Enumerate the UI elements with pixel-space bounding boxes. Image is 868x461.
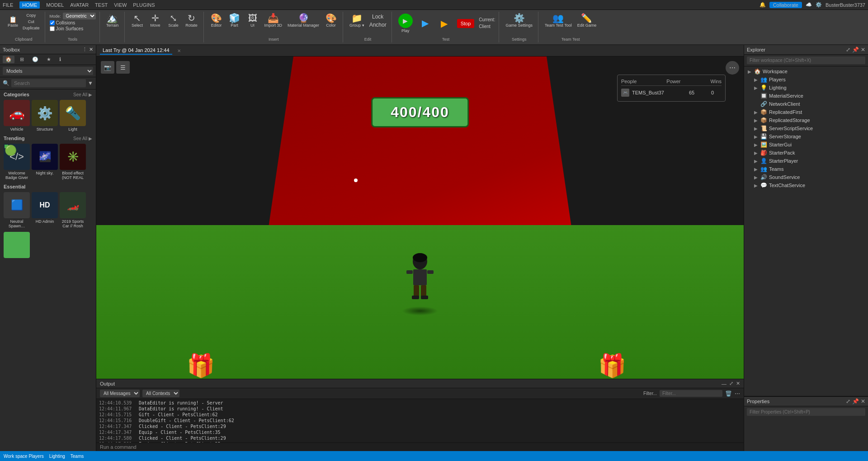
filter-input[interactable] (660, 390, 722, 397)
lock-button[interactable]: Lock (368, 13, 388, 20)
menu-home[interactable]: HOME (19, 1, 40, 9)
menu-model[interactable]: MODEL (46, 2, 64, 8)
game-settings-button[interactable]: ⚙️ Game Settings (504, 13, 534, 28)
toolbox-tab-home[interactable]: 🏠 (3, 56, 14, 63)
viewport-tab[interactable]: Last Try @ 04 Jan 2024 12:44 (100, 47, 172, 55)
tree-item-textchatservice[interactable]: ▶ 💬 TextChatService (744, 181, 868, 189)
menu-view[interactable]: VIEW (114, 2, 127, 8)
models-dropdown[interactable]: Models (3, 67, 93, 75)
list-view-btn[interactable]: ☰ (116, 61, 130, 74)
play-button[interactable]: ▶ Play (396, 13, 415, 34)
toolbox-tab-star[interactable]: ★ (44, 56, 54, 63)
properties-lock-icon[interactable]: 📌 (852, 398, 859, 405)
move-button[interactable]: ✛ Move (147, 13, 164, 28)
toolbox-tab-grid[interactable]: ⊞ (17, 56, 27, 63)
import3d-button[interactable]: 📥 Import 3D (263, 13, 284, 28)
clear-log-icon[interactable]: 🗑️ (725, 390, 732, 397)
viewport[interactable]: 400/400 (96, 56, 744, 379)
paste-button[interactable]: 📋 Paste (6, 15, 19, 28)
color-button[interactable]: 🎨 Color (323, 13, 339, 28)
menu-file[interactable]: FILE (3, 2, 13, 8)
collaborate-button[interactable]: Collaborate (769, 2, 802, 8)
stop-button[interactable]: Stop (455, 18, 476, 29)
trend-night[interactable]: 🌌 Night sky. (32, 144, 58, 180)
search-input[interactable] (11, 79, 86, 87)
tree-item-starterplayer[interactable]: ▶ 👤 StarterPlayer (744, 157, 868, 165)
tree-item-replicatedstorage[interactable]: ▶ 📦 ReplicatedStorage (744, 116, 868, 124)
group-button[interactable]: 📁 Group ▾ (348, 13, 366, 28)
explorer-close-icon[interactable]: ✕ (861, 47, 865, 53)
ui-button[interactable]: 🖼 UI (245, 13, 261, 28)
tree-item-serverstorage[interactable]: ▶ 💾 ServerStorage (744, 132, 868, 141)
select-button[interactable]: ↖ Select (129, 13, 146, 28)
explorer-filter-input[interactable] (747, 56, 865, 64)
properties-expand-icon[interactable]: ⤢ (846, 398, 850, 405)
messages-filter-select[interactable]: All Messages (100, 390, 140, 397)
toolbox-settings-icon[interactable]: ⋮ (82, 47, 87, 52)
edit-game-button[interactable]: ✏️ Edit Game (576, 13, 599, 28)
contexts-filter-select[interactable]: All Contexts (142, 390, 179, 397)
collisions-checkbox[interactable] (50, 20, 55, 25)
tree-item-networkclient[interactable]: 🔗 NetworkClient (744, 100, 868, 108)
viewport-options-btn[interactable]: ⋯ (726, 61, 739, 75)
category-light[interactable]: 🔦 Light (60, 100, 86, 132)
filter-icon[interactable]: ▼ (88, 80, 93, 86)
essential-sports[interactable]: 🏎️ 2019 Sports Car // Rosh (60, 192, 86, 228)
explorer-expand-icon[interactable]: ⤢ (846, 47, 850, 53)
trend-welcome[interactable]: 🟢 </> Welcome Badge Giver (4, 144, 30, 180)
terrain-button[interactable]: 🏔️ Terrain (104, 13, 121, 28)
tree-item-materialservice[interactable]: 🔲 MaterialService (744, 92, 868, 100)
output-expand-btn[interactable]: ⤢ (729, 381, 733, 386)
scale-button[interactable]: ⤡ Scale (165, 13, 182, 28)
trend-blood[interactable]: ✳️ Blood effect (NOT REAL (60, 144, 86, 180)
tree-item-soundservice[interactable]: ▶ 🔊 SoundService (744, 173, 868, 181)
toolbox-tab-info[interactable]: ℹ (57, 56, 64, 63)
tree-item-startergui[interactable]: ▶ 🖼️ StarterGui (744, 141, 868, 149)
run-button[interactable]: ▶ (436, 18, 453, 29)
part-button[interactable]: 🧊 Part (226, 13, 243, 28)
properties-close-icon[interactable]: ✕ (861, 398, 865, 405)
tree-item-players[interactable]: ▶ 👥 Players (744, 75, 868, 84)
toolbox-close-icon[interactable]: ✕ (89, 47, 93, 52)
properties-filter-input[interactable] (747, 408, 865, 416)
playtest-button[interactable]: ▶ (417, 18, 434, 29)
category-structure[interactable]: ⚙️ Structure (32, 100, 58, 132)
tree-item-starterpack[interactable]: ▶ 🎒 StarterPack (744, 149, 868, 157)
menu-test[interactable]: TEST (95, 2, 108, 8)
copy-button[interactable]: Copy (21, 13, 41, 18)
tab-close-icon[interactable]: ✕ (177, 48, 181, 53)
explorer-tree[interactable]: ▶ 🏠 Workspace ▶ 👥 Players ▶ 💡 Lighting 🔲 (744, 66, 868, 396)
cut-button[interactable]: Cut (21, 19, 41, 24)
explorer-lock-icon[interactable]: 📌 (852, 47, 859, 53)
duplicate-button[interactable]: Duplicate (21, 25, 41, 31)
camera-view-btn[interactable]: 📷 (101, 61, 114, 74)
extra-item[interactable] (4, 232, 30, 258)
join-surfaces-checkbox[interactable] (50, 26, 55, 31)
category-vehicle[interactable]: 🚗 Vehicle (4, 100, 30, 132)
menu-avatar[interactable]: AVATAR (70, 2, 89, 8)
tree-item-lighting[interactable]: ▶ 💡 Lighting (744, 84, 868, 92)
output-minimize-btn[interactable]: — (722, 381, 726, 386)
tree-item-replicatedfirst[interactable]: ▶ 📦 ReplicatedFirst (744, 108, 868, 116)
essential-hd[interactable]: HD HD Admin (32, 192, 58, 228)
tree-item-workspace[interactable]: ▶ 🏠 Workspace (744, 67, 868, 75)
menu-plugins[interactable]: PLUGINS (133, 2, 155, 8)
output-close-btn[interactable]: ✕ (736, 381, 740, 386)
material-button[interactable]: 🔮 Material Manager (286, 13, 321, 28)
output-settings-icon[interactable]: ⋯ (735, 390, 740, 397)
tree-item-serverscriptservice[interactable]: ▶ 📜 ServerScriptService (744, 124, 868, 132)
output-content[interactable]: 12:44:10.539DataEditor is running! - Ser… (96, 399, 744, 442)
command-input[interactable] (139, 444, 740, 450)
rotate-button[interactable]: ↻ Rotate (184, 13, 200, 28)
essential-neutral[interactable]: 🟦 Neutral Spawn… (4, 192, 30, 228)
tree-item-teams[interactable]: ▶ 👥 Teams (744, 165, 868, 173)
team-test-button[interactable]: 👥 Team Test Tool (543, 13, 574, 28)
trending-see-all[interactable]: See All ▶ (73, 136, 92, 141)
editor-button[interactable]: 🎨 Editor (208, 13, 225, 28)
categories-see-all[interactable]: See All ▶ (73, 92, 92, 97)
toolbox-tab-recent[interactable]: 🕐 (29, 56, 41, 63)
mode-select[interactable]: Geometric (63, 13, 96, 19)
notification-icon[interactable]: 🔔 (760, 2, 766, 8)
settings-icon[interactable]: ⚙️ (816, 2, 822, 8)
anchor-button[interactable]: Anchor (368, 21, 388, 28)
